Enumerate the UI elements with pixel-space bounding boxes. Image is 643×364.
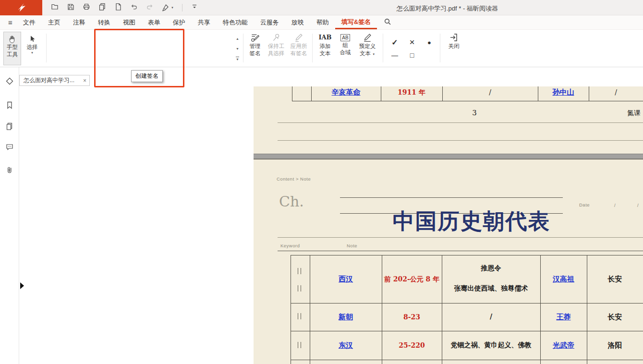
caret-down-icon: ▼ [31, 51, 34, 54]
tab-home[interactable]: 主页 [42, 15, 67, 29]
pages-icon [5, 122, 14, 131]
tab-view[interactable]: 视图 [117, 15, 142, 29]
table-row-dynasty-link[interactable]: 西汉 [310, 275, 382, 284]
tab-file[interactable]: 文件 [17, 15, 42, 29]
hamburger-menu-icon[interactable]: ≡ [4, 15, 17, 29]
attachments-panel-button[interactable] [5, 166, 14, 174]
table-row-capital: 长安 [587, 275, 643, 284]
panel-expand-handle[interactable] [20, 282, 24, 289]
tab-form[interactable]: 表单 [142, 15, 167, 29]
tab-share[interactable]: 共享 [192, 15, 217, 29]
ruled-line [278, 122, 643, 123]
tab-features[interactable]: 特色功能 [217, 15, 254, 29]
predefined-text-label-1: 预定义 [359, 43, 376, 49]
bookmarks-panel-button[interactable] [5, 101, 14, 109]
doc-cell-slash: / [442, 88, 538, 96]
table-row-ruler-link[interactable]: 汉高祖 [540, 275, 587, 284]
save-button[interactable] [67, 3, 74, 12]
scroll-down-icon: ▼ [236, 47, 239, 50]
pages-panel-button[interactable] [5, 122, 14, 131]
manage-signatures-label-1: 管理 [250, 43, 261, 49]
manage-signatures-button[interactable]: 管理 签名 [245, 33, 265, 57]
select-tool-label: 选择 [27, 44, 38, 50]
doc-link-sunzhongshan[interactable]: 孙中山 [538, 88, 589, 97]
table-row-ruler-link[interactable]: 光武帝 [540, 341, 587, 350]
ruled-line [278, 140, 643, 141]
check-mark-button[interactable]: ✓ [388, 36, 401, 48]
keep-tool-selected-button[interactable]: 保持工 具选择 [266, 33, 286, 57]
comments-panel-button[interactable] [5, 143, 14, 151]
more-options-icon: ▼ [236, 57, 239, 61]
line-mark-button[interactable]: — [388, 49, 401, 61]
document-tab[interactable]: 怎么面对高中学习... × [19, 75, 90, 86]
caret-down-icon: ▼ [171, 6, 174, 9]
new-document-button[interactable] [114, 3, 122, 12]
select-tool-button[interactable]: 选择 ▼ [23, 32, 41, 65]
search-button[interactable] [384, 18, 391, 27]
document-icon [114, 3, 122, 11]
tab-close-icon[interactable]: × [83, 77, 86, 84]
tab-convert[interactable]: 转换 [92, 15, 117, 29]
table-row-capital: 长安 [587, 313, 643, 322]
exit-icon [449, 33, 459, 42]
tab-protect[interactable]: 保护 [167, 15, 192, 29]
close-label: 关闭 [449, 43, 460, 49]
template-date-slash: / [637, 203, 639, 208]
doc-cell-slash: / [589, 88, 643, 96]
table-row-dynasty-link[interactable]: 东汉 [310, 341, 382, 350]
search-icon [384, 18, 391, 25]
table-row-event: 张骞出使西域、独尊儒术 [442, 284, 540, 293]
template-date-slash: / [614, 203, 616, 208]
titlebar: ▼ 怎么面对高中学习.pdf * - 福昕阅读器 [0, 0, 643, 15]
hand-tool-label-1: 手型 [7, 44, 18, 50]
toolbar-collapse-button[interactable] [191, 3, 198, 12]
signature-scroll-up-button[interactable]: ▲ [234, 35, 241, 42]
redo-button[interactable] [146, 3, 154, 12]
caret-down-icon: ▼ [372, 53, 375, 56]
save-icon [67, 3, 74, 11]
check-icon: ✓ [391, 38, 398, 47]
table-row-ruler-link[interactable]: 王莽 [540, 313, 587, 322]
quick-sign-button[interactable]: ▼ [162, 4, 174, 12]
keep-tool-label-1: 保持工 [268, 43, 285, 49]
line-icon: — [391, 51, 398, 59]
create-signature-tooltip: 创建签名 [131, 70, 163, 82]
cross-mark-button[interactable]: × [405, 36, 419, 48]
tab-present[interactable]: 放映 [285, 15, 310, 29]
undo-button[interactable] [130, 3, 138, 12]
doc-number: 3 [460, 109, 489, 117]
table-line [291, 255, 643, 255]
print-button[interactable] [83, 3, 90, 12]
doc-link-xinhai[interactable]: 辛亥革命 [311, 88, 381, 97]
tab-fill-sign[interactable]: 填写&签名 [335, 15, 377, 29]
ribbon-separator [243, 34, 243, 62]
rectangle-mark-button[interactable]: □ [405, 49, 419, 61]
pdf-page-1[interactable]: 辛亥革命 1911 年 / 孙中山 / 3 氮课 [254, 86, 643, 154]
foxit-logo[interactable] [0, 0, 42, 15]
dot-mark-button[interactable]: ● [423, 36, 436, 48]
tab-help[interactable]: 帮助 [310, 15, 335, 29]
predefined-text-button[interactable]: 预定义 文本 ▼ [356, 33, 379, 57]
open-file-button[interactable] [51, 3, 59, 12]
apply-all-signatures-button[interactable]: 应用所 有签名 [288, 33, 310, 57]
tab-comment[interactable]: 注释 [67, 15, 92, 29]
folder-open-icon [51, 3, 59, 11]
combine-field-button[interactable]: AB 组 合域 [336, 33, 355, 56]
pdf-page-2[interactable]: Content > Note Ch. Date / / 中国历史朝代表 Keyw… [254, 159, 643, 364]
keep-tool-label-2: 具选择 [268, 50, 285, 57]
table-row-event: 推恩令 [442, 264, 540, 273]
add-text-button[interactable]: IAB 添加 文本 [315, 33, 335, 57]
copy-document-button[interactable] [98, 3, 106, 12]
tab-cloud[interactable]: 云服务 [254, 15, 285, 29]
table-row-dynasty-link[interactable]: 新朝 [310, 313, 382, 322]
template-line [340, 197, 563, 198]
eraser-panel-button[interactable] [5, 77, 14, 85]
close-fill-sign-button[interactable]: 关闭 [444, 33, 464, 49]
collapse-toolbar-icon [191, 3, 198, 11]
apply-signature-pen-icon [294, 33, 303, 42]
signature-more-button[interactable]: ▼ [234, 55, 241, 62]
hand-tool-button[interactable]: 手型 工具 [3, 32, 21, 65]
signature-scroll-down-button[interactable]: ▼ [234, 45, 241, 52]
doc-partial-text: 氮课 [627, 109, 643, 118]
undo-icon [130, 3, 138, 11]
